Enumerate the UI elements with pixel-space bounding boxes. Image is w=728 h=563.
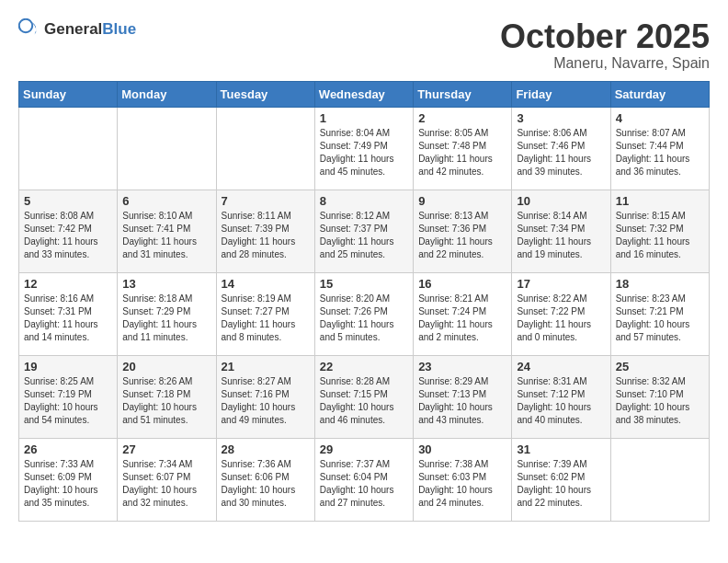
day-number: 9 <box>418 194 506 208</box>
day-number: 19 <box>24 360 112 373</box>
calendar-cell: 12Sunrise: 8:16 AM Sunset: 7:31 PM Dayli… <box>19 272 118 355</box>
calendar-cell: 11Sunrise: 8:15 AM Sunset: 7:32 PM Dayli… <box>610 190 709 272</box>
day-number: 6 <box>122 194 210 208</box>
day-info: Sunrise: 7:34 AM Sunset: 6:07 PM Dayligh… <box>122 458 210 510</box>
day-info: Sunrise: 8:23 AM Sunset: 7:21 PM Dayligh… <box>616 293 704 344</box>
day-number: 20 <box>122 360 210 373</box>
day-info: Sunrise: 8:18 AM Sunset: 7:29 PM Dayligh… <box>122 293 210 344</box>
day-number: 2 <box>418 111 506 125</box>
logo-icon <box>18 18 40 40</box>
calendar-cell <box>610 438 709 521</box>
week-row-1: 1Sunrise: 8:04 AM Sunset: 7:49 PM Daylig… <box>19 107 710 190</box>
header-day-sunday: Sunday <box>19 81 118 107</box>
day-number: 27 <box>122 442 210 456</box>
day-number: 5 <box>24 194 112 208</box>
day-number: 22 <box>320 360 408 373</box>
calendar-cell <box>118 107 216 190</box>
day-info: Sunrise: 8:11 AM Sunset: 7:39 PM Dayligh… <box>222 210 310 261</box>
calendar-cell: 24Sunrise: 8:31 AM Sunset: 7:12 PM Dayli… <box>512 355 610 438</box>
calendar-cell: 16Sunrise: 8:21 AM Sunset: 7:24 PM Dayli… <box>414 272 512 355</box>
header-day-monday: Monday <box>118 81 216 107</box>
calendar-cell: 8Sunrise: 8:12 AM Sunset: 7:37 PM Daylig… <box>314 190 413 272</box>
calendar-cell: 4Sunrise: 8:07 AM Sunset: 7:44 PM Daylig… <box>610 107 709 190</box>
calendar-cell <box>19 107 118 190</box>
day-info: Sunrise: 8:16 AM Sunset: 7:31 PM Dayligh… <box>24 293 112 344</box>
day-number: 7 <box>222 194 310 208</box>
header-day-thursday: Thursday <box>414 81 512 107</box>
day-number: 14 <box>222 277 310 291</box>
calendar-cell: 14Sunrise: 8:19 AM Sunset: 7:27 PM Dayli… <box>216 272 314 355</box>
calendar-cell: 25Sunrise: 8:32 AM Sunset: 7:10 PM Dayli… <box>610 355 709 438</box>
calendar-cell: 2Sunrise: 8:05 AM Sunset: 7:48 PM Daylig… <box>414 107 512 190</box>
day-info: Sunrise: 8:15 AM Sunset: 7:32 PM Dayligh… <box>616 210 704 261</box>
day-number: 1 <box>320 111 408 125</box>
day-info: Sunrise: 8:05 AM Sunset: 7:48 PM Dayligh… <box>418 127 506 178</box>
calendar-subtitle: Maneru, Navarre, Spain <box>500 55 710 72</box>
day-info: Sunrise: 8:28 AM Sunset: 7:15 PM Dayligh… <box>320 375 408 427</box>
day-info: Sunrise: 8:14 AM Sunset: 7:34 PM Dayligh… <box>517 210 605 261</box>
logo-general: GeneralBlue <box>44 20 136 39</box>
header-day-tuesday: Tuesday <box>216 81 314 107</box>
header-row: SundayMondayTuesdayWednesdayThursdayFrid… <box>19 81 710 107</box>
calendar-cell: 18Sunrise: 8:23 AM Sunset: 7:21 PM Dayli… <box>610 272 709 355</box>
day-number: 25 <box>616 360 704 373</box>
day-number: 17 <box>517 277 605 291</box>
svg-point-0 <box>19 19 32 32</box>
week-row-4: 19Sunrise: 8:25 AM Sunset: 7:19 PM Dayli… <box>19 355 710 438</box>
day-info: Sunrise: 8:07 AM Sunset: 7:44 PM Dayligh… <box>616 127 704 178</box>
day-info: Sunrise: 7:36 AM Sunset: 6:06 PM Dayligh… <box>222 458 310 510</box>
day-number: 21 <box>222 360 310 373</box>
calendar-table: SundayMondayTuesdayWednesdayThursdayFrid… <box>18 81 710 522</box>
day-info: Sunrise: 8:31 AM Sunset: 7:12 PM Dayligh… <box>517 375 605 427</box>
day-number: 16 <box>418 277 506 291</box>
calendar-cell: 10Sunrise: 8:14 AM Sunset: 7:34 PM Dayli… <box>512 190 610 272</box>
header: GeneralBlue October 2025 Maneru, Navarre… <box>18 18 710 72</box>
day-info: Sunrise: 7:37 AM Sunset: 6:04 PM Dayligh… <box>320 458 408 510</box>
day-number: 10 <box>517 194 605 208</box>
day-number: 11 <box>616 194 704 208</box>
calendar-cell: 26Sunrise: 7:33 AM Sunset: 6:09 PM Dayli… <box>19 438 118 521</box>
day-info: Sunrise: 8:25 AM Sunset: 7:19 PM Dayligh… <box>24 375 112 427</box>
day-info: Sunrise: 8:20 AM Sunset: 7:26 PM Dayligh… <box>320 293 408 344</box>
day-number: 28 <box>222 442 310 456</box>
day-number: 23 <box>418 360 506 373</box>
calendar-cell: 22Sunrise: 8:28 AM Sunset: 7:15 PM Dayli… <box>314 355 413 438</box>
day-info: Sunrise: 8:26 AM Sunset: 7:18 PM Dayligh… <box>122 375 210 427</box>
day-number: 12 <box>24 277 112 291</box>
day-number: 29 <box>320 442 408 456</box>
day-number: 18 <box>616 277 704 291</box>
calendar-cell: 7Sunrise: 8:11 AM Sunset: 7:39 PM Daylig… <box>216 190 314 272</box>
calendar-cell: 30Sunrise: 7:38 AM Sunset: 6:03 PM Dayli… <box>414 438 512 521</box>
calendar-title: October 2025 <box>500 18 710 55</box>
day-info: Sunrise: 8:13 AM Sunset: 7:36 PM Dayligh… <box>418 210 506 261</box>
day-number: 15 <box>320 277 408 291</box>
day-number: 8 <box>320 194 408 208</box>
calendar-cell: 5Sunrise: 8:08 AM Sunset: 7:42 PM Daylig… <box>19 190 118 272</box>
day-info: Sunrise: 8:29 AM Sunset: 7:13 PM Dayligh… <box>418 375 506 427</box>
day-info: Sunrise: 8:32 AM Sunset: 7:10 PM Dayligh… <box>616 375 704 427</box>
calendar-cell: 15Sunrise: 8:20 AM Sunset: 7:26 PM Dayli… <box>314 272 413 355</box>
header-day-saturday: Saturday <box>610 81 709 107</box>
header-day-wednesday: Wednesday <box>314 81 413 107</box>
day-info: Sunrise: 8:27 AM Sunset: 7:16 PM Dayligh… <box>222 375 310 427</box>
header-day-friday: Friday <box>512 81 610 107</box>
calendar-cell: 21Sunrise: 8:27 AM Sunset: 7:16 PM Dayli… <box>216 355 314 438</box>
day-number: 31 <box>517 442 605 456</box>
logo: GeneralBlue <box>18 18 136 40</box>
day-info: Sunrise: 8:12 AM Sunset: 7:37 PM Dayligh… <box>320 210 408 261</box>
calendar-cell: 28Sunrise: 7:36 AM Sunset: 6:06 PM Dayli… <box>216 438 314 521</box>
day-number: 30 <box>418 442 506 456</box>
calendar-cell: 9Sunrise: 8:13 AM Sunset: 7:36 PM Daylig… <box>414 190 512 272</box>
day-info: Sunrise: 8:21 AM Sunset: 7:24 PM Dayligh… <box>418 293 506 344</box>
title-area: October 2025 Maneru, Navarre, Spain <box>500 18 710 72</box>
calendar-cell: 1Sunrise: 8:04 AM Sunset: 7:49 PM Daylig… <box>314 107 413 190</box>
calendar-cell: 31Sunrise: 7:39 AM Sunset: 6:02 PM Dayli… <box>512 438 610 521</box>
day-info: Sunrise: 8:08 AM Sunset: 7:42 PM Dayligh… <box>24 210 112 261</box>
day-info: Sunrise: 7:33 AM Sunset: 6:09 PM Dayligh… <box>24 458 112 510</box>
day-info: Sunrise: 8:06 AM Sunset: 7:46 PM Dayligh… <box>517 127 605 178</box>
week-row-5: 26Sunrise: 7:33 AM Sunset: 6:09 PM Dayli… <box>19 438 710 521</box>
day-info: Sunrise: 7:39 AM Sunset: 6:02 PM Dayligh… <box>517 458 605 510</box>
calendar-cell: 13Sunrise: 8:18 AM Sunset: 7:29 PM Dayli… <box>118 272 216 355</box>
week-row-2: 5Sunrise: 8:08 AM Sunset: 7:42 PM Daylig… <box>19 190 710 272</box>
day-info: Sunrise: 8:10 AM Sunset: 7:41 PM Dayligh… <box>122 210 210 261</box>
